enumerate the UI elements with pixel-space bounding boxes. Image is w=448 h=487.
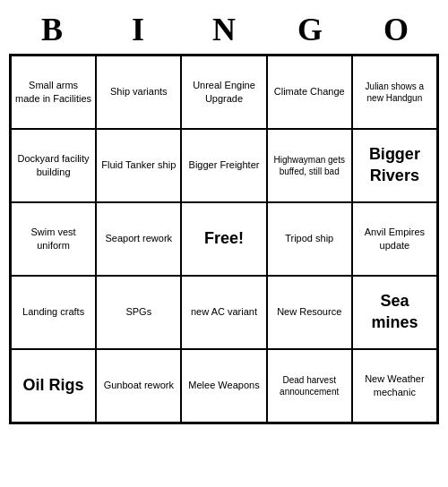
bingo-cell-20: Oil Rigs <box>11 349 96 423</box>
bingo-cell-3: Climate Change <box>267 56 352 129</box>
bingo-cell-22: Melee Weapons <box>181 349 266 423</box>
header-letter-B: B <box>9 9 95 52</box>
bingo-cell-24: New Weather mechanic <box>352 349 437 423</box>
bingo-cell-23: Dead harvest announcement <box>267 349 352 423</box>
bingo-cell-13: Tripod ship <box>267 202 352 276</box>
bingo-cell-10: Swim vest uniform <box>11 202 96 276</box>
header-letter-G: G <box>267 9 353 52</box>
bingo-cell-17: new AC variant <box>181 276 266 349</box>
bingo-cell-8: Highwayman gets buffed, still bad <box>267 129 352 202</box>
bingo-cell-1: Ship variants <box>96 56 181 129</box>
bingo-cell-18: New Resource <box>267 276 352 349</box>
bingo-cell-16: SPGs <box>96 276 181 349</box>
bingo-cell-4: Julian shows a new Handgun <box>352 56 437 129</box>
bingo-grid: Small arms made in FacilitiesShip varian… <box>9 54 439 424</box>
bingo-cell-15: Landing crafts <box>11 276 96 349</box>
bingo-cell-5: Dockyard facility building <box>11 129 96 202</box>
bingo-cell-14: Anvil Empires update <box>352 202 437 276</box>
bingo-cell-12: Free! <box>181 202 266 276</box>
bingo-cell-19: Sea mines <box>352 276 437 349</box>
header-letter-I: I <box>95 9 181 52</box>
bingo-cell-0: Small arms made in Facilities <box>11 56 96 129</box>
bingo-cell-2: Unreal Engine Upgrade <box>181 56 266 129</box>
bingo-cell-6: Fluid Tanker ship <box>96 129 181 202</box>
header-letter-N: N <box>181 9 267 52</box>
bingo-cell-21: Gunboat rework <box>96 349 181 423</box>
bingo-header: BINGO <box>9 9 439 52</box>
bingo-card: BINGO Small arms made in FacilitiesShip … <box>9 9 439 424</box>
bingo-cell-7: Bigger Freighter <box>181 129 266 202</box>
bingo-cell-11: Seaport rework <box>96 202 181 276</box>
header-letter-O: O <box>353 9 439 52</box>
bingo-cell-9: Bigger Rivers <box>352 129 437 202</box>
